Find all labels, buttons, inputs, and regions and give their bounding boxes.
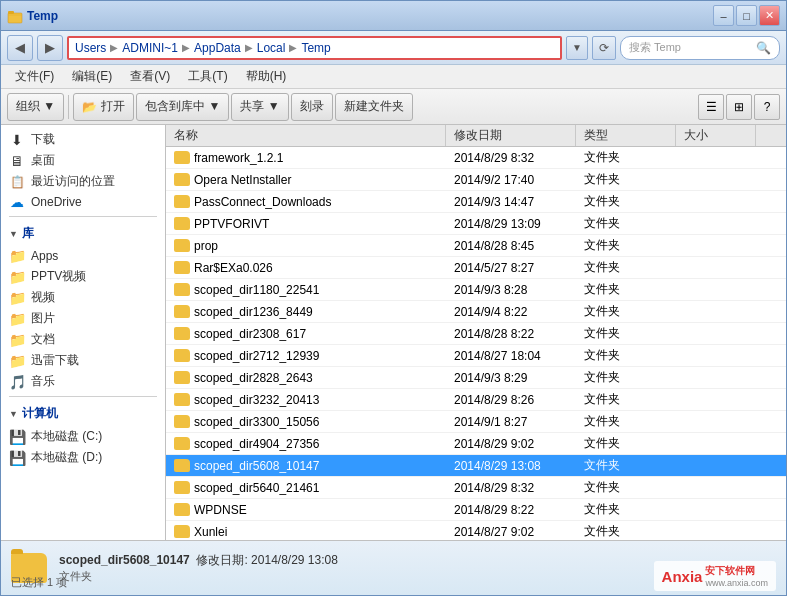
refresh-button[interactable]: ⟳	[592, 36, 616, 60]
table-row[interactable]: WPDNSE2014/8/29 8:22文件夹	[166, 499, 786, 521]
file-type-cell: 文件夹	[576, 523, 676, 540]
col-header-size[interactable]: 大小	[676, 125, 756, 146]
address-bar: ◀ ▶ Users ▶ ADMINI~1 ▶ AppData ▶ Local ▶…	[1, 31, 786, 65]
include-button[interactable]: 包含到库中 ▼	[136, 93, 229, 121]
address-path[interactable]: Users ▶ ADMINI~1 ▶ AppData ▶ Local ▶ Tem…	[67, 36, 562, 60]
file-name-text: scoped_dir1236_8449	[194, 305, 313, 319]
sidebar-group-computer[interactable]: ▼ 计算机	[1, 401, 165, 426]
file-name-cell: PPTVFORIVT	[166, 217, 446, 231]
sidebar-item-apps[interactable]: 📁 Apps	[1, 246, 165, 266]
drive-d-icon: 💾	[9, 450, 25, 466]
file-type-cell: 文件夹	[576, 457, 676, 474]
svg-rect-2	[8, 11, 14, 14]
table-row[interactable]: scoped_dir2712_129392014/8/27 18:04文件夹	[166, 345, 786, 367]
file-type-cell: 文件夹	[576, 413, 676, 430]
table-row[interactable]: scoped_dir2308_6172014/8/28 8:22文件夹	[166, 323, 786, 345]
newfolder-button[interactable]: 新建文件夹	[335, 93, 413, 121]
back-button[interactable]: ◀	[7, 35, 33, 61]
computer-triangle: ▼	[9, 409, 18, 419]
file-type-cell: 文件夹	[576, 281, 676, 298]
file-type-cell: 文件夹	[576, 193, 676, 210]
path-arrow-4: ▶	[289, 42, 297, 53]
table-row[interactable]: PassConnect_Downloads2014/9/3 14:47文件夹	[166, 191, 786, 213]
menu-tools[interactable]: 工具(T)	[180, 66, 235, 87]
file-date-cell: 2014/9/3 8:28	[446, 283, 576, 297]
file-name-cell: scoped_dir4904_27356	[166, 437, 446, 451]
view-grid-button[interactable]: ⊞	[726, 94, 752, 120]
sidebar-item-onedrive[interactable]: ☁ OneDrive	[1, 192, 165, 212]
table-row[interactable]: scoped_dir1236_84492014/9/4 8:22文件夹	[166, 301, 786, 323]
open-icon: 📂	[82, 100, 97, 114]
pictures-icon: 📁	[9, 311, 25, 327]
table-row[interactable]: scoped_dir2828_26432014/9/3 8:29文件夹	[166, 367, 786, 389]
menu-file[interactable]: 文件(F)	[7, 66, 62, 87]
sidebar-item-recent[interactable]: 📋 最近访问的位置	[1, 171, 165, 192]
organize-button[interactable]: 组织 ▼	[7, 93, 64, 121]
sidebar-item-recent-label: 最近访问的位置	[31, 173, 115, 190]
table-row[interactable]: scoped_dir5640_214612014/8/29 8:32文件夹	[166, 477, 786, 499]
menu-help[interactable]: 帮助(H)	[238, 66, 295, 87]
file-date-cell: 2014/9/2 17:40	[446, 173, 576, 187]
table-row[interactable]: Rar$EXa0.0262014/5/27 8:27文件夹	[166, 257, 786, 279]
maximize-button[interactable]: □	[736, 5, 757, 26]
table-row[interactable]: framework_1.2.12014/8/29 8:32文件夹	[166, 147, 786, 169]
file-name-text: scoped_dir5608_10147	[194, 459, 319, 473]
folder-icon	[174, 459, 190, 472]
path-admini: ADMINI~1	[122, 41, 178, 55]
search-box[interactable]: 搜索 Temp 🔍	[620, 36, 780, 60]
sidebar-item-pptv[interactable]: 📁 PPTV视频	[1, 266, 165, 287]
share-button[interactable]: 共享 ▼	[231, 93, 288, 121]
col-header-name[interactable]: 名称	[166, 125, 446, 146]
help-button[interactable]: ?	[754, 94, 780, 120]
file-type-cell: 文件夹	[576, 303, 676, 320]
table-row[interactable]: scoped_dir5608_101472014/8/29 13:08文件夹	[166, 455, 786, 477]
table-row[interactable]: Opera NetInstaller2014/9/2 17:40文件夹	[166, 169, 786, 191]
file-date-cell: 2014/9/4 8:22	[446, 305, 576, 319]
sidebar-item-download[interactable]: ⬇ 下载	[1, 129, 165, 150]
sidebar-item-drive-c[interactable]: 💾 本地磁盘 (C:)	[1, 426, 165, 447]
view-mode-button[interactable]: ☰	[698, 94, 724, 120]
sidebar-item-pictures-label: 图片	[31, 310, 55, 327]
file-name-text: Rar$EXa0.026	[194, 261, 273, 275]
folder-icon	[174, 327, 190, 340]
file-list[interactable]: framework_1.2.12014/8/29 8:32文件夹Opera Ne…	[166, 147, 786, 540]
col-header-date[interactable]: 修改日期	[446, 125, 576, 146]
sidebar-item-xunlei[interactable]: 📁 迅雷下载	[1, 350, 165, 371]
menu-view[interactable]: 查看(V)	[122, 66, 178, 87]
table-row[interactable]: prop2014/8/28 8:45文件夹	[166, 235, 786, 257]
address-dropdown[interactable]: ▼	[566, 36, 588, 60]
sidebar-item-pictures[interactable]: 📁 图片	[1, 308, 165, 329]
file-list-header: 名称 修改日期 类型 大小	[166, 125, 786, 147]
file-date-cell: 2014/8/28 8:45	[446, 239, 576, 253]
table-row[interactable]: Xunlei2014/8/27 9:02文件夹	[166, 521, 786, 540]
minimize-button[interactable]: –	[713, 5, 734, 26]
sidebar-item-drive-d[interactable]: 💾 本地磁盘 (D:)	[1, 447, 165, 468]
file-type-cell: 文件夹	[576, 259, 676, 276]
sidebar-item-desktop[interactable]: 🖥 桌面	[1, 150, 165, 171]
file-type-cell: 文件夹	[576, 215, 676, 232]
close-button[interactable]: ✕	[759, 5, 780, 26]
path-arrow-1: ▶	[110, 42, 118, 53]
file-name-cell: scoped_dir1236_8449	[166, 305, 446, 319]
table-row[interactable]: scoped_dir1180_225412014/9/3 8:28文件夹	[166, 279, 786, 301]
forward-button[interactable]: ▶	[37, 35, 63, 61]
open-button[interactable]: 📂 打开	[73, 93, 134, 121]
title-bar: Temp – □ ✕	[1, 1, 786, 31]
col-header-type[interactable]: 类型	[576, 125, 676, 146]
file-date-cell: 2014/9/1 8:27	[446, 415, 576, 429]
file-date-cell: 2014/9/3 14:47	[446, 195, 576, 209]
sidebar-item-docs[interactable]: 📁 文档	[1, 329, 165, 350]
sidebar-divider-1	[9, 216, 157, 217]
burn-button[interactable]: 刻录	[291, 93, 333, 121]
sidebar-item-music[interactable]: 🎵 音乐	[1, 371, 165, 392]
table-row[interactable]: scoped_dir3300_150562014/9/1 8:27文件夹	[166, 411, 786, 433]
table-row[interactable]: scoped_dir4904_273562014/8/29 9:02文件夹	[166, 433, 786, 455]
table-row[interactable]: PPTVFORIVT2014/8/29 13:09文件夹	[166, 213, 786, 235]
toolbar: 组织 ▼ 📂 打开 包含到库中 ▼ 共享 ▼ 刻录 新建文件夹 ☰ ⊞ ?	[1, 89, 786, 125]
table-row[interactable]: scoped_dir3232_204132014/8/29 8:26文件夹	[166, 389, 786, 411]
open-label: 打开	[101, 98, 125, 115]
sidebar-item-download-label: 下载	[31, 131, 55, 148]
sidebar-item-video[interactable]: 📁 视频	[1, 287, 165, 308]
sidebar-group-ku[interactable]: ▼ 库	[1, 221, 165, 246]
menu-edit[interactable]: 编辑(E)	[64, 66, 120, 87]
